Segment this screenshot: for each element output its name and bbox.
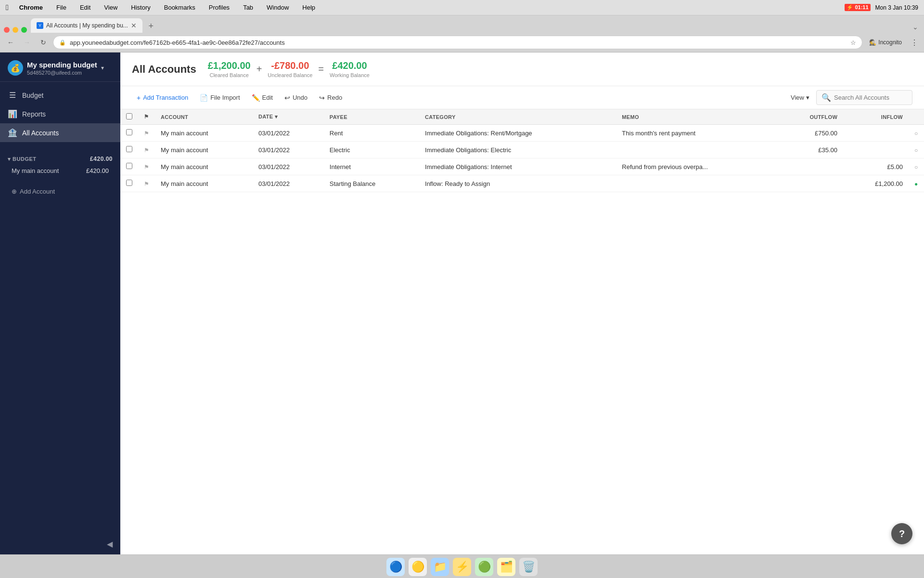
dock-finder-icon[interactable]: 🔵 — [386, 558, 405, 576]
row-cleared-cell[interactable]: ○ — [909, 142, 924, 158]
payee-column-header[interactable]: PAYEE — [324, 109, 419, 125]
tab-strip-more-button[interactable]: ⌄ — [911, 21, 920, 33]
bookmarks-menu[interactable]: Bookmarks — [161, 3, 198, 12]
redo-icon: ↪ — [319, 94, 325, 102]
date-column-header[interactable]: DATE ▾ — [253, 109, 324, 125]
minimize-window-button[interactable] — [13, 27, 18, 33]
row-checkbox[interactable] — [126, 180, 132, 186]
bookmark-star-icon[interactable]: ☆ — [850, 39, 856, 46]
sidebar-item-budget[interactable]: ☰ Budget — [0, 86, 120, 105]
import-icon: 📄 — [200, 94, 208, 102]
row-flag-cell: ⚑ — [138, 175, 155, 192]
sidebar-item-all-accounts[interactable]: 🏦 All Accounts — [0, 123, 120, 142]
budget-email: 5d485270@uifeed.com — [27, 70, 97, 76]
address-bar[interactable]: 🔒 app.youneedabudget.com/fe67162b-e665-4… — [53, 36, 862, 49]
add-account-button[interactable]: ⊕ Add Account — [8, 185, 113, 198]
row-checkbox-cell[interactable] — [120, 158, 138, 175]
maximize-window-button[interactable] — [21, 27, 27, 33]
budget-section-header[interactable]: ▾ BUDGET £420.00 — [8, 154, 113, 164]
row-cleared-cell[interactable]: ● — [909, 175, 924, 192]
reports-nav-label: Reports — [22, 110, 46, 118]
profiles-menu[interactable]: Profiles — [206, 3, 232, 12]
flag-icon: ⚑ — [144, 130, 149, 137]
add-transaction-label: Add Transaction — [143, 94, 188, 101]
memo-column-header[interactable]: MEMO — [616, 109, 778, 125]
dock-ynab-icon[interactable]: ⚡ — [453, 558, 471, 576]
edit-button[interactable]: ✏️ Edit — [247, 92, 278, 104]
file-menu[interactable]: File — [53, 3, 69, 12]
budget-name-row[interactable]: 💰 My spending budget 5d485270@uifeed.com… — [8, 60, 113, 76]
sidebar-collapse-button[interactable]: ◀ — [0, 534, 120, 554]
forward-button[interactable]: → — [20, 36, 34, 49]
row-checkbox-cell[interactable] — [120, 125, 138, 142]
balance-group: £1,200.00 Cleared Balance + -£780.00 Unc… — [208, 60, 370, 78]
file-import-button[interactable]: 📄 File Import — [195, 92, 244, 104]
undo-button[interactable]: ↩ Undo — [280, 92, 312, 104]
row-checkbox-cell[interactable] — [120, 175, 138, 192]
cleared-icon[interactable]: ○ — [914, 147, 918, 154]
account-name: My main account — [12, 167, 86, 174]
select-all-checkbox[interactable] — [126, 113, 132, 119]
outflow-column-header[interactable]: OUTFLOW — [778, 109, 843, 125]
row-cleared-cell[interactable]: ○ — [909, 125, 924, 142]
search-box[interactable]: 🔍 — [816, 90, 912, 105]
view-chevron-icon: ▾ — [806, 94, 809, 101]
apple-menu[interactable]:  — [6, 3, 9, 12]
account-column-header[interactable]: ACCOUNT — [155, 109, 253, 125]
cleared-icon[interactable]: ○ — [914, 164, 918, 171]
add-transaction-button[interactable]: + Add Transaction — [132, 92, 193, 104]
new-tab-button[interactable]: + — [144, 19, 158, 33]
edit-menu[interactable]: Edit — [77, 3, 93, 12]
close-tab-button[interactable]: ✕ — [131, 22, 137, 29]
row-cleared-cell[interactable]: ○ — [909, 158, 924, 175]
browser-tab[interactable]: Y All Accounts | My spending bu... ✕ — [31, 18, 142, 33]
row-checkbox[interactable] — [126, 163, 132, 169]
sidebar: 💰 My spending budget 5d485270@uifeed.com… — [0, 53, 120, 554]
tab-menu[interactable]: Tab — [240, 3, 256, 12]
main-content: All Accounts £1,200.00 Cleared Balance +… — [120, 53, 924, 554]
row-flag-cell: ⚑ — [138, 158, 155, 175]
cleared-icon[interactable]: ● — [914, 181, 918, 187]
row-account: My main account — [155, 125, 253, 142]
row-memo: Refund from previous overpa... — [616, 158, 778, 175]
sidebar-item-reports[interactable]: 📊 Reports — [0, 105, 120, 123]
edit-label: Edit — [262, 94, 273, 101]
clock: Mon 3 Jan 10:39 — [875, 4, 918, 11]
dock-chrome-icon[interactable]: 🟡 — [409, 558, 427, 576]
history-menu[interactable]: History — [128, 3, 153, 12]
help-menu[interactable]: Help — [299, 3, 318, 12]
dock-folder-icon[interactable]: 📁 — [431, 558, 449, 576]
close-window-button[interactable] — [4, 27, 10, 33]
help-button[interactable]: ? — [891, 523, 912, 544]
view-button[interactable]: View ▾ — [786, 92, 814, 104]
row-checkbox-cell[interactable] — [120, 142, 138, 158]
inflow-column-header[interactable]: INFLOW — [843, 109, 909, 125]
row-inflow: £5.00 — [843, 158, 909, 175]
search-input[interactable] — [834, 94, 906, 101]
browser-more-button[interactable]: ⋮ — [909, 36, 920, 49]
reload-button[interactable]: ↻ — [37, 36, 50, 49]
toolbar: + Add Transaction 📄 File Import ✏️ Edit … — [120, 86, 924, 109]
window-menu[interactable]: Window — [264, 3, 292, 12]
row-checkbox[interactable] — [126, 129, 132, 135]
row-outflow — [778, 158, 843, 175]
date-sort-icon: ▾ — [275, 114, 278, 119]
row-checkbox[interactable] — [126, 146, 132, 152]
row-flag-cell: ⚑ — [138, 125, 155, 142]
working-balance-label: Working Balance — [330, 72, 370, 78]
dock-trash-icon[interactable]: 🗑️ — [519, 558, 538, 576]
select-all-header[interactable] — [120, 109, 138, 125]
category-column-header[interactable]: CATEGORY — [419, 109, 616, 125]
dock-app-icon[interactable]: 🟢 — [475, 558, 493, 576]
table-body: ⚑ My main account 03/01/2022 Rent Immedi… — [120, 125, 924, 192]
uncleared-balance-amount: -£780.00 — [268, 60, 312, 71]
redo-button[interactable]: ↪ Redo — [314, 92, 347, 104]
account-item-main[interactable]: My main account £420.00 — [8, 164, 113, 177]
view-menu[interactable]: View — [101, 3, 120, 12]
dock-notes-icon[interactable]: 🗂️ — [497, 558, 515, 576]
cleared-icon[interactable]: ○ — [914, 130, 918, 137]
view-label: View — [791, 94, 804, 101]
chrome-menu[interactable]: Chrome — [16, 3, 46, 12]
equals-operator: = — [318, 64, 324, 75]
back-button[interactable]: ← — [4, 36, 17, 49]
